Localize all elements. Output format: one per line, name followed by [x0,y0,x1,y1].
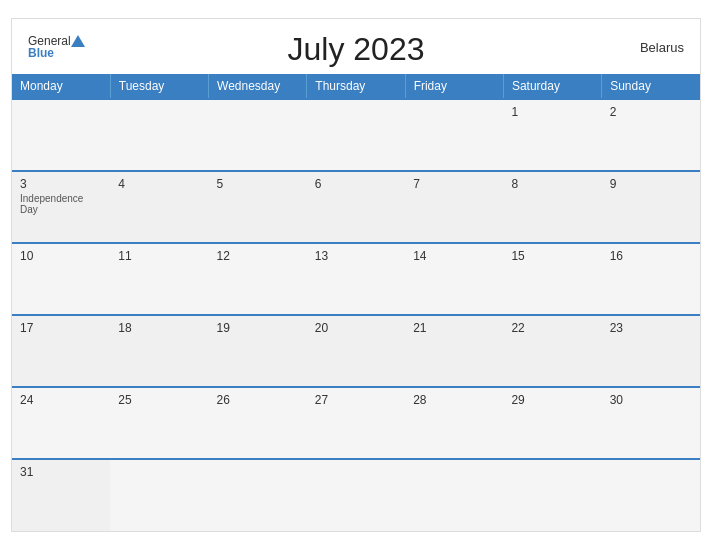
day-number: 3 [20,177,102,191]
calendar-cell: 28 [405,387,503,459]
calendar-cell: 30 [602,387,700,459]
day-number: 7 [413,177,495,191]
day-number: 17 [20,321,102,335]
calendar-cell: 15 [503,243,601,315]
calendar-cell: 31 [12,459,110,531]
calendar-cell [12,99,110,171]
calendar-cell: 2 [602,99,700,171]
calendar-cell [209,99,307,171]
day-event: Independence Day [20,193,102,215]
logo-triangle-icon [71,35,85,47]
calendar-cell [307,99,405,171]
day-number: 26 [217,393,299,407]
calendar-cell: 12 [209,243,307,315]
calendar-cell: 29 [503,387,601,459]
calendar-cell: 8 [503,171,601,243]
day-number: 19 [217,321,299,335]
calendar-tbody: 123Independence Day456789101112131415161… [12,99,700,531]
day-number: 21 [413,321,495,335]
calendar-cell: 5 [209,171,307,243]
calendar-container: General Blue July 2023 Belarus MondayTue… [11,18,701,532]
weekday-header-sunday: Sunday [602,74,700,99]
day-number: 25 [118,393,200,407]
day-number: 10 [20,249,102,263]
day-number: 22 [511,321,593,335]
day-number: 20 [315,321,397,335]
week-row-1: 12 [12,99,700,171]
calendar-cell [602,459,700,531]
day-number: 4 [118,177,200,191]
calendar-header: General Blue July 2023 Belarus [12,19,700,74]
calendar-cell: 18 [110,315,208,387]
day-number: 14 [413,249,495,263]
calendar-title: July 2023 [288,31,425,68]
day-number: 15 [511,249,593,263]
day-number: 23 [610,321,692,335]
calendar-grid: MondayTuesdayWednesdayThursdayFridaySatu… [12,74,700,531]
week-row-5: 24252627282930 [12,387,700,459]
calendar-cell: 11 [110,243,208,315]
calendar-cell [110,99,208,171]
calendar-cell: 9 [602,171,700,243]
svg-marker-0 [71,35,85,47]
calendar-cell: 17 [12,315,110,387]
day-number: 18 [118,321,200,335]
day-number: 12 [217,249,299,263]
calendar-cell: 22 [503,315,601,387]
calendar-cell: 21 [405,315,503,387]
day-number: 24 [20,393,102,407]
day-number: 6 [315,177,397,191]
day-number: 29 [511,393,593,407]
day-number: 5 [217,177,299,191]
calendar-cell: 1 [503,99,601,171]
calendar-cell: 7 [405,171,503,243]
day-number: 1 [511,105,593,119]
calendar-cell: 4 [110,171,208,243]
calendar-cell [405,99,503,171]
day-number: 13 [315,249,397,263]
day-number: 28 [413,393,495,407]
calendar-cell: 26 [209,387,307,459]
calendar-cell [307,459,405,531]
country-label: Belarus [640,39,684,54]
calendar-cell: 27 [307,387,405,459]
logo: General Blue [28,35,87,59]
weekday-header-tuesday: Tuesday [110,74,208,99]
calendar-cell: 10 [12,243,110,315]
day-number: 9 [610,177,692,191]
week-row-3: 10111213141516 [12,243,700,315]
calendar-cell [209,459,307,531]
calendar-cell: 16 [602,243,700,315]
week-row-2: 3Independence Day456789 [12,171,700,243]
calendar-cell: 23 [602,315,700,387]
calendar-cell: 6 [307,171,405,243]
weekday-header-row: MondayTuesdayWednesdayThursdayFridaySatu… [12,74,700,99]
week-row-6: 31 [12,459,700,531]
day-number: 31 [20,465,102,479]
day-number: 2 [610,105,692,119]
logo-blue-text: Blue [28,47,54,59]
weekday-header-thursday: Thursday [307,74,405,99]
week-row-4: 17181920212223 [12,315,700,387]
day-number: 16 [610,249,692,263]
calendar-cell [503,459,601,531]
calendar-cell: 3Independence Day [12,171,110,243]
day-number: 30 [610,393,692,407]
day-number: 27 [315,393,397,407]
weekday-header-monday: Monday [12,74,110,99]
calendar-cell: 25 [110,387,208,459]
weekday-header-saturday: Saturday [503,74,601,99]
calendar-cell: 20 [307,315,405,387]
calendar-cell [405,459,503,531]
calendar-cell: 19 [209,315,307,387]
calendar-cell: 24 [12,387,110,459]
calendar-cell: 14 [405,243,503,315]
weekday-header-wednesday: Wednesday [209,74,307,99]
calendar-thead: MondayTuesdayWednesdayThursdayFridaySatu… [12,74,700,99]
day-number: 11 [118,249,200,263]
day-number: 8 [511,177,593,191]
weekday-header-friday: Friday [405,74,503,99]
calendar-cell: 13 [307,243,405,315]
calendar-cell [110,459,208,531]
